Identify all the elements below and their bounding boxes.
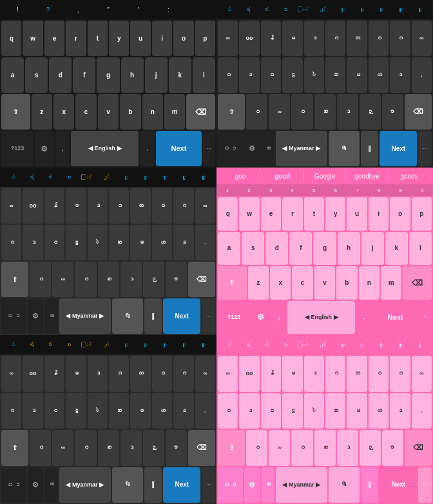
br-key-15[interactable]: ဲ — [304, 393, 324, 429]
mya-shift[interactable]: ⇧ — [218, 94, 245, 130]
bl-key-7[interactable]: တ — [130, 356, 150, 392]
bl-spec-3[interactable]: ာ် — [41, 342, 61, 348]
ml-key-20[interactable]: . — [195, 225, 215, 260]
pk-language[interactable]: ◀ English ▶ — [287, 301, 355, 334]
mya-key-7[interactable]: တ — [347, 21, 367, 56]
pk-u[interactable]: u — [347, 197, 367, 231]
bl-key-18[interactable]: ဟ — [152, 393, 172, 429]
key-p[interactable]: p — [195, 21, 215, 56]
spec-colon[interactable]: : — [153, 6, 184, 14]
pk-backspace[interactable]: ⌫ — [403, 266, 432, 300]
br-key-12[interactable]: ဒ — [239, 393, 259, 429]
bl-key-22[interactable]: ∞ — [52, 430, 73, 466]
pk-w[interactable]: w — [239, 197, 259, 231]
key-j[interactable]: j — [145, 57, 168, 93]
suggest-goods[interactable]: goods — [389, 171, 429, 181]
mya-key-3[interactable]: န် — [261, 21, 281, 56]
bl-key-5[interactable]: ဒ — [88, 356, 108, 392]
spec-comma[interactable]: , — [63, 6, 93, 14]
ml-spec-7[interactable]: ူ — [118, 174, 137, 180]
key-u[interactable]: u — [130, 21, 150, 56]
pk-shift[interactable]: ⇧ — [218, 266, 247, 300]
mya-key-9[interactable]: ဂ — [390, 21, 410, 56]
ml-num[interactable]: ၀ ၁ — [1, 298, 26, 334]
ml-key-19[interactable]: ဒ — [173, 225, 193, 260]
key-a[interactable]: a — [1, 57, 24, 93]
bl-spec-1[interactable]: ပ် — [3, 342, 22, 348]
ml-spec-9[interactable]: ူး — [157, 174, 176, 180]
ml-shift[interactable]: ⇧ — [1, 262, 28, 297]
ml-key-18[interactable]: ဟ — [152, 225, 172, 260]
bl-key-15[interactable]: ဲ — [88, 393, 108, 429]
bl-settings[interactable]: ⚙ — [28, 467, 43, 503]
br-key-11[interactable]: ဂ — [218, 393, 238, 429]
key-g[interactable]: g — [97, 57, 119, 93]
bl-key-13[interactable]: ဝ — [44, 393, 64, 429]
bl-key-14[interactable]: ဌ — [66, 393, 86, 429]
bl-key-24[interactable]: ဆ — [98, 430, 119, 466]
ml-key-11[interactable]: ဂ — [1, 225, 21, 260]
bl-backspace[interactable]: ⌫ — [188, 430, 215, 466]
mya-spec-11[interactable]: ူူး — [411, 6, 430, 13]
ml-key-10[interactable]: ∞ — [195, 188, 215, 224]
br-key-2[interactable]: oo — [239, 356, 259, 392]
key-z[interactable]: z — [32, 94, 52, 130]
br-key-4[interactable]: မ — [282, 356, 302, 392]
bl-key-3[interactable]: န် — [44, 356, 64, 392]
num-7[interactable]: 7 — [347, 188, 369, 193]
ml-key-26[interactable]: ဉ — [143, 262, 164, 297]
mya-num[interactable]: ၀ ၁ — [218, 131, 243, 166]
pk-f[interactable]: f — [289, 232, 312, 266]
pk-s[interactable]: s — [242, 232, 264, 266]
bl-key-16[interactable]: ဆ — [109, 393, 129, 429]
mya-spec-7[interactable]: ူ — [334, 6, 354, 13]
mya-key-2[interactable]: oo — [239, 21, 259, 56]
mya-spec-10[interactable]: ူူ — [392, 6, 411, 13]
key-e[interactable]: e — [44, 21, 64, 56]
mya-backspace[interactable]: ⌫ — [405, 94, 432, 130]
bl-key-10[interactable]: ∞ — [195, 356, 215, 392]
bl-key-27[interactable]: ာ — [166, 430, 187, 466]
pk-comma[interactable]: , — [272, 301, 287, 334]
mya-spec-1[interactable]: ပ် — [219, 6, 238, 13]
mya-key-13[interactable]: ဝ — [261, 57, 281, 93]
num-3[interactable]: 3 — [260, 188, 282, 193]
bl-key-11[interactable]: ဂ — [1, 393, 21, 429]
key-f[interactable]: f — [73, 57, 95, 93]
br-key-1[interactable]: ∞ — [218, 356, 238, 392]
bl-next[interactable]: Next — [163, 467, 200, 503]
mya-next[interactable]: Next — [380, 131, 417, 166]
mya-pause[interactable]: ∥ — [361, 131, 378, 166]
br-key-13[interactable]: ဝ — [261, 393, 281, 429]
br-spec-5[interactable]: ြ် — [296, 342, 315, 348]
pk-dot[interactable]: . — [356, 301, 371, 334]
bl-spec-4[interactable]: ား — [60, 342, 79, 348]
br-spec-6[interactable]: ျ် — [315, 342, 334, 348]
pk-m[interactable]: m — [381, 266, 401, 300]
ml-dots[interactable]: ··· — [202, 298, 215, 334]
key-d[interactable]: d — [49, 57, 72, 93]
br-spec-8[interactable]: ူ — [354, 342, 373, 348]
ml-spec-2[interactable]: ရ် — [22, 174, 41, 180]
br-backspace[interactable]: ⌫ — [405, 430, 432, 466]
ml-spec-11[interactable]: ူူး — [195, 174, 214, 180]
ml-spec-6[interactable]: ျ် — [99, 174, 118, 180]
ml-key-16[interactable]: ဆ — [109, 225, 129, 260]
br-key-7[interactable]: တ — [347, 356, 367, 392]
mya-key-22[interactable]: ∞ — [269, 94, 290, 130]
ml-spec-8[interactable]: ူ — [137, 174, 157, 180]
br-key-8[interactable]: ဝ — [369, 356, 389, 392]
pk-h[interactable]: h — [338, 232, 360, 266]
ml-spec-10[interactable]: ူူ — [175, 174, 195, 180]
bl-key-21[interactable]: ဝ — [30, 430, 51, 466]
pk-k[interactable]: k — [385, 232, 408, 266]
br-extra[interactable]: ဏ — [261, 467, 274, 503]
mya-key-15[interactable]: ဲ — [304, 57, 324, 93]
pk-t[interactable]: t — [304, 197, 324, 231]
br-key-9[interactable]: ဂ — [390, 356, 410, 392]
key-dot[interactable]: . — [140, 131, 155, 166]
ml-key-4[interactable]: မ — [66, 188, 86, 224]
ml-spec-3[interactable]: ာ် — [41, 174, 61, 180]
key-o[interactable]: o — [173, 21, 193, 56]
br-key-21[interactable]: ဝ — [246, 430, 267, 466]
